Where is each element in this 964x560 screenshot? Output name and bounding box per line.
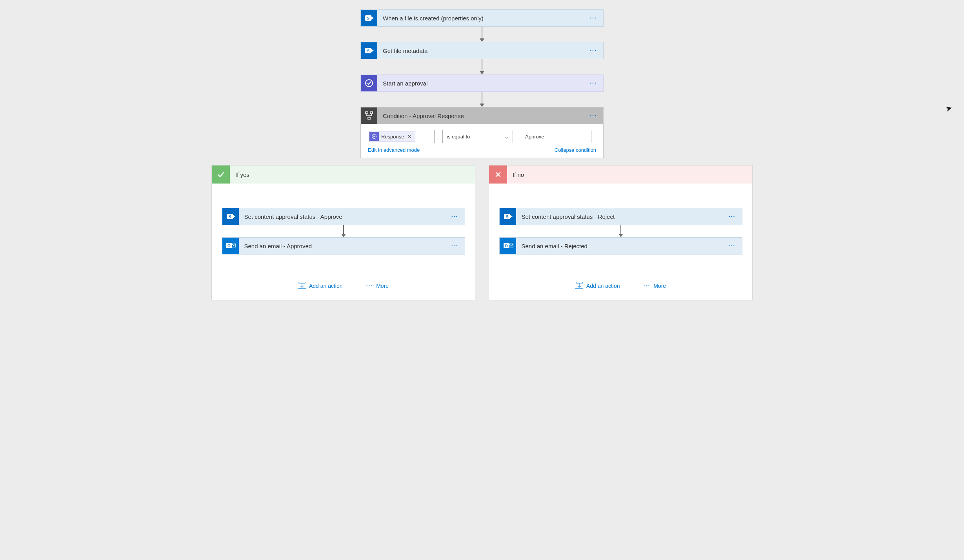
- step-start-approval[interactable]: Start an approval ···: [360, 75, 604, 92]
- collapse-condition-link[interactable]: Collapse condition: [555, 147, 596, 153]
- condition-icon: [361, 107, 377, 124]
- step-start-approval-menu[interactable]: ···: [584, 80, 603, 86]
- add-action-icon: [298, 282, 306, 290]
- sharepoint-icon: [222, 208, 239, 225]
- flow-canvas: When a file is created (properties only)…: [20, 9, 944, 300]
- step-title: Send an email - Approved: [239, 243, 445, 249]
- token-label: Response: [381, 134, 404, 140]
- ellipsis-icon: ···: [366, 283, 373, 289]
- condition-menu[interactable]: ···: [584, 113, 603, 119]
- step-send-email-approved[interactable]: Send an email - Approved ···: [222, 237, 465, 255]
- condition-branches: If yes Set content approval status - App…: [211, 165, 753, 300]
- step-get-metadata[interactable]: Get file metadata ···: [360, 42, 604, 59]
- step-title: Send an email - Rejected: [516, 243, 722, 249]
- step-menu[interactable]: ···: [445, 213, 465, 220]
- branch-if-no: If no Set content approval status - Reje…: [489, 165, 753, 300]
- condition-value-input[interactable]: Approve: [521, 130, 591, 143]
- dynamic-token-response[interactable]: Response ✕: [369, 131, 415, 142]
- approval-icon: [369, 132, 379, 141]
- condition-title: Condition - Approval Response: [377, 113, 584, 119]
- branch-yes-header[interactable]: If yes: [212, 165, 475, 184]
- approval-icon: [361, 75, 377, 91]
- condition-left-operand[interactable]: Response ✕: [368, 130, 435, 143]
- add-action-label: Add an action: [309, 283, 343, 289]
- step-trigger-menu[interactable]: ···: [584, 15, 603, 21]
- add-action-label: Add an action: [586, 283, 620, 289]
- condition-operator-select[interactable]: is equal to ⌄: [442, 130, 513, 143]
- step-trigger[interactable]: When a file is created (properties only)…: [360, 9, 604, 27]
- condition-card: Condition - Approval Response ··· Respon…: [360, 107, 604, 158]
- more-label: More: [376, 283, 389, 289]
- step-trigger-title: When a file is created (properties only): [377, 15, 584, 22]
- add-action-button[interactable]: Add an action: [298, 282, 343, 290]
- sharepoint-icon: [500, 208, 516, 225]
- arrow-icon: [480, 59, 484, 75]
- step-send-email-rejected[interactable]: Send an email - Rejected ···: [499, 237, 742, 255]
- chevron-down-icon: ⌄: [504, 134, 509, 140]
- sharepoint-icon: [361, 10, 377, 26]
- outlook-icon: [500, 238, 516, 254]
- cursor-icon: ➤: [944, 103, 953, 114]
- more-button[interactable]: ··· More: [644, 282, 666, 290]
- step-menu[interactable]: ···: [445, 243, 465, 249]
- more-label: More: [653, 283, 666, 289]
- step-set-approval-approve[interactable]: Set content approval status - Approve ··…: [222, 208, 465, 225]
- step-menu[interactable]: ···: [722, 213, 742, 220]
- step-set-approval-reject[interactable]: Set content approval status - Reject ···: [499, 208, 742, 225]
- arrow-icon: [480, 27, 484, 42]
- step-menu[interactable]: ···: [722, 243, 742, 249]
- step-get-metadata-menu[interactable]: ···: [584, 47, 603, 54]
- token-remove-icon[interactable]: ✕: [404, 134, 415, 140]
- step-start-approval-title: Start an approval: [377, 80, 584, 87]
- outlook-icon: [222, 238, 239, 254]
- more-button[interactable]: ··· More: [366, 282, 389, 290]
- operator-label: is equal to: [447, 134, 470, 140]
- condition-header[interactable]: Condition - Approval Response ···: [361, 107, 603, 124]
- arrow-icon: [618, 225, 623, 237]
- branch-if-yes: If yes Set content approval status - App…: [211, 165, 475, 300]
- arrow-icon: [341, 225, 346, 237]
- check-icon: [212, 165, 230, 184]
- step-get-metadata-title: Get file metadata: [377, 47, 584, 54]
- sharepoint-icon: [361, 42, 377, 59]
- branch-no-header[interactable]: If no: [489, 165, 752, 184]
- condition-value: Approve: [525, 134, 544, 140]
- arrow-icon: [480, 92, 484, 107]
- step-title: Set content approval status - Approve: [239, 213, 445, 220]
- step-title: Set content approval status - Reject: [516, 213, 722, 220]
- add-action-icon: [575, 282, 583, 290]
- branch-no-title: If no: [507, 171, 524, 178]
- cross-icon: [489, 165, 507, 184]
- branch-yes-title: If yes: [230, 171, 249, 178]
- add-action-button[interactable]: Add an action: [575, 282, 620, 290]
- edit-advanced-link[interactable]: Edit in advanced mode: [368, 147, 420, 153]
- ellipsis-icon: ···: [644, 283, 651, 289]
